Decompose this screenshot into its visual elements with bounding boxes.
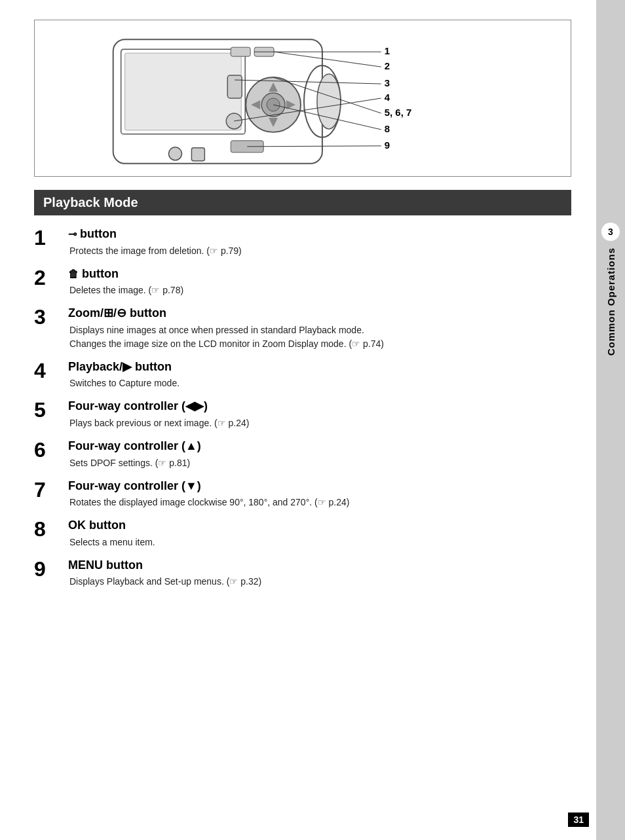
item-3-row: 3 Zoom/⊞/⊖ button Displays nine images a… xyxy=(34,306,597,351)
svg-text:4: 4 xyxy=(385,92,390,103)
item-5-content: Four-way controller (◀▶) Plays back prev… xyxy=(68,399,597,430)
section-header: Playback Mode xyxy=(34,190,571,215)
item-7-row: 7 Four-way controller (▼) Rotates the di… xyxy=(34,479,597,510)
item-3-content: Zoom/⊞/⊖ button Displays nine images at … xyxy=(68,306,597,351)
svg-rect-18 xyxy=(191,148,204,161)
item-9-content: MENU button Displays Playback and Set-up… xyxy=(68,558,597,589)
item-4-row: 4 Playback/▶ button Switches to Capture … xyxy=(34,360,597,391)
item-1-content: ⊸ button Protects the image from deletio… xyxy=(68,227,597,258)
svg-text:9: 9 xyxy=(385,139,390,151)
item-5-desc: Plays back previous or next image. (☞ p.… xyxy=(69,416,597,430)
item-7-content: Four-way controller (▼) Rotates the disp… xyxy=(68,479,597,510)
svg-point-16 xyxy=(226,113,242,129)
item-7-desc: Rotates the displayed image clockwise 90… xyxy=(69,496,597,509)
item-8-row: 8 OK button Selects a menu item. xyxy=(34,519,597,549)
item-2-number: 2 xyxy=(34,267,68,288)
item-6-title: Four-way controller (▲) xyxy=(68,439,597,454)
item-8-title: OK button xyxy=(68,519,597,533)
item-8-number: 8 xyxy=(34,519,68,539)
item-8-content: OK button Selects a menu item. xyxy=(68,519,597,549)
item-1-desc: Protects the image from deletion. (☞ p.7… xyxy=(69,244,597,258)
item-5-title: Four-way controller (◀▶) xyxy=(68,399,597,414)
item-2-row: 2 🗑 button Deletes the image. (☞ p.78) xyxy=(34,267,597,298)
svg-text:1: 1 xyxy=(385,45,390,56)
item-3-desc2: Changes the image size on the LCD monito… xyxy=(69,337,597,351)
item-9-number: 9 xyxy=(34,558,68,579)
item-4-number: 4 xyxy=(34,360,68,381)
item-8-desc: Selects a menu item. xyxy=(69,536,597,549)
svg-text:3: 3 xyxy=(385,77,390,88)
item-6-number: 6 xyxy=(34,439,68,460)
item-6-desc: Sets DPOF settings. (☞ p.81) xyxy=(69,456,597,470)
camera-svg: 1 2 3 4 5, 6, 7 8 9 xyxy=(35,20,571,177)
item-3-number: 3 xyxy=(34,306,68,327)
svg-text:8: 8 xyxy=(385,123,390,134)
svg-rect-15 xyxy=(227,75,242,98)
svg-text:2: 2 xyxy=(385,60,390,71)
svg-text:5, 6, 7: 5, 6, 7 xyxy=(385,107,412,118)
item-5-number: 5 xyxy=(34,399,68,420)
lock-icon: ⊸ xyxy=(68,228,77,240)
trash-icon: 🗑 xyxy=(68,268,79,280)
item-7-title: Four-way controller (▼) xyxy=(68,479,597,494)
camera-diagram: 1 2 3 4 5, 6, 7 8 9 xyxy=(34,20,571,177)
svg-point-17 xyxy=(169,147,182,160)
item-9-desc: Displays Playback and Set-up menus. (☞ p… xyxy=(69,575,597,589)
svg-rect-12 xyxy=(231,47,250,56)
item-2-content: 🗑 button Deletes the image. (☞ p.78) xyxy=(68,267,597,298)
svg-line-21 xyxy=(274,52,381,67)
item-4-content: Playback/▶ button Switches to Capture mo… xyxy=(68,360,597,391)
item-4-title: Playback/▶ button xyxy=(68,360,597,374)
item-1-title: ⊸ button xyxy=(68,227,597,242)
item-9-row: 9 MENU button Displays Playback and Set-… xyxy=(34,558,597,589)
svg-rect-2 xyxy=(125,53,242,130)
svg-line-31 xyxy=(247,146,381,147)
item-6-content: Four-way controller (▲) Sets DPOF settin… xyxy=(68,439,597,470)
item-3-desc1: Displays nine images at once when presse… xyxy=(69,323,597,337)
item-1-number: 1 xyxy=(34,227,68,248)
item-1-row: 1 ⊸ button Protects the image from delet… xyxy=(34,227,597,258)
page-number: 31 xyxy=(568,813,589,827)
item-2-desc: Deletes the image. (☞ p.78) xyxy=(69,283,597,297)
item-4-desc: Switches to Capture mode. xyxy=(69,376,597,390)
item-5-row: 5 Four-way controller (◀▶) Plays back pr… xyxy=(34,399,597,430)
item-2-title: 🗑 button xyxy=(68,267,597,282)
item-6-row: 6 Four-way controller (▲) Sets DPOF sett… xyxy=(34,439,597,470)
item-7-number: 7 xyxy=(34,479,68,500)
item-3-title: Zoom/⊞/⊖ button xyxy=(68,306,597,321)
item-9-title: MENU button xyxy=(68,558,597,573)
